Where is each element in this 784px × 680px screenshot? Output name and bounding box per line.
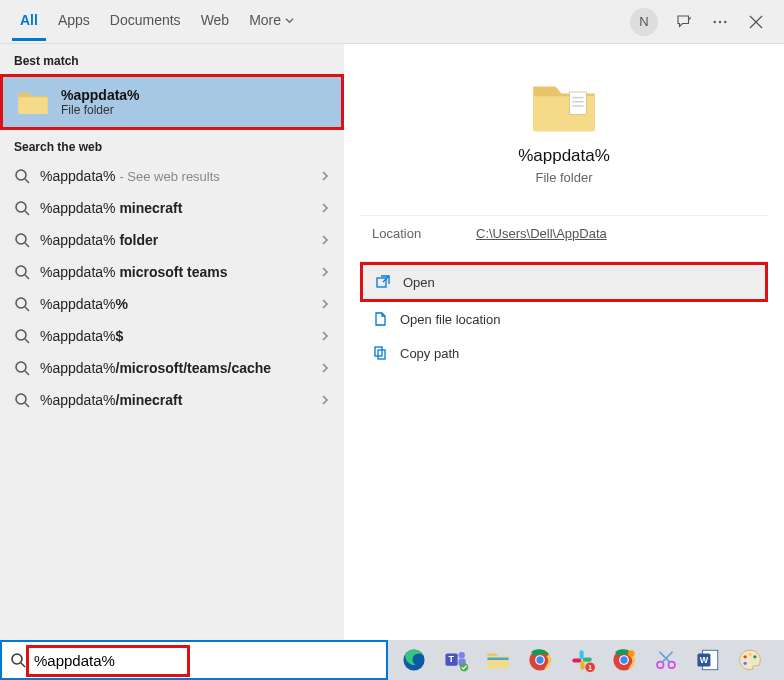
action-open-location[interactable]: Open file location — [360, 302, 768, 336]
search-icon — [14, 168, 30, 184]
svg-point-3 — [16, 170, 26, 180]
search-results-panel: All Apps Documents Web More N Best match — [0, 0, 784, 640]
web-suggestion[interactable]: %appdata%/microsoft/teams/cache — [0, 352, 344, 384]
web-suggestion[interactable]: %appdata% minecraft — [0, 192, 344, 224]
search-icon — [14, 328, 30, 344]
web-suggestion[interactable]: %appdata% folder — [0, 224, 344, 256]
copy-icon — [372, 345, 388, 361]
tab-documents[interactable]: Documents — [102, 2, 189, 41]
svg-text:T: T — [448, 654, 454, 664]
svg-text:1: 1 — [588, 664, 592, 671]
svg-text:W: W — [700, 655, 709, 665]
taskbar-app-slack[interactable]: 1 — [562, 640, 602, 680]
web-suggestion[interactable]: %appdata%/minecraft — [0, 384, 344, 416]
chevron-right-icon — [320, 168, 330, 184]
svg-point-28 — [536, 656, 543, 663]
svg-point-47 — [744, 662, 747, 665]
svg-point-44 — [744, 655, 747, 658]
filter-tabs: All Apps Documents Web More N — [0, 0, 784, 44]
web-suggestion[interactable]: %appdata% microsoft teams — [0, 256, 344, 288]
suggestion-text: %appdata% minecraft — [40, 200, 310, 216]
taskbar-app-teams[interactable]: T — [436, 640, 476, 680]
tab-apps[interactable]: Apps — [50, 2, 98, 41]
svg-rect-31 — [580, 661, 584, 670]
location-link[interactable]: C:\Users\Dell\AppData — [476, 226, 607, 241]
svg-rect-11 — [570, 92, 587, 114]
taskbar-app-snip[interactable] — [646, 640, 686, 680]
svg-point-5 — [16, 234, 26, 244]
chevron-right-icon — [320, 328, 330, 344]
suggestion-text: %appdata%/minecraft — [40, 392, 310, 408]
best-match-subtitle: File folder — [61, 103, 140, 117]
svg-point-10 — [16, 394, 26, 404]
svg-rect-25 — [487, 658, 508, 660]
open-icon — [375, 274, 391, 290]
best-match-result[interactable]: %appdata% File folder — [0, 74, 344, 130]
more-options-button[interactable] — [704, 6, 736, 38]
svg-point-2 — [724, 20, 726, 22]
suggestion-text: %appdata% folder — [40, 232, 310, 248]
svg-point-6 — [16, 266, 26, 276]
tab-all[interactable]: All — [12, 2, 46, 41]
svg-point-1 — [719, 20, 721, 22]
ellipsis-icon — [711, 13, 729, 31]
svg-point-8 — [16, 330, 26, 340]
chevron-right-icon — [320, 264, 330, 280]
file-location-icon — [372, 311, 388, 327]
best-match-title: %appdata% — [61, 87, 140, 103]
section-best-match: Best match — [0, 44, 344, 74]
action-open-location-label: Open file location — [400, 312, 500, 327]
web-suggestion[interactable]: %appdata%$ — [0, 320, 344, 352]
svg-point-18 — [12, 654, 22, 664]
suggestion-text: %appdata% - See web results — [40, 168, 310, 184]
taskbar-app-paint[interactable] — [730, 640, 770, 680]
taskbar-app-chrome[interactable] — [520, 640, 560, 680]
action-copy-path-label: Copy path — [400, 346, 459, 361]
taskbar-app-edge[interactable] — [394, 640, 434, 680]
folder-icon — [17, 88, 49, 116]
svg-point-4 — [16, 202, 26, 212]
close-button[interactable] — [740, 6, 772, 38]
feedback-button[interactable] — [668, 6, 700, 38]
suggestion-text: %appdata%% — [40, 296, 310, 312]
taskbar-app-explorer[interactable] — [478, 640, 518, 680]
svg-rect-29 — [580, 650, 584, 659]
action-open-label: Open — [403, 275, 435, 290]
preview-subtitle: File folder — [360, 170, 768, 185]
close-icon — [749, 15, 763, 29]
web-suggestion[interactable]: %appdata% - See web results — [0, 160, 344, 192]
taskbar-search-input[interactable] — [34, 652, 378, 669]
taskbar-pinned-apps: T 1 W — [388, 640, 776, 680]
tab-more-label: More — [249, 12, 281, 28]
web-suggestion[interactable]: %appdata%% — [0, 288, 344, 320]
chevron-right-icon — [320, 200, 330, 216]
chevron-right-icon — [320, 232, 330, 248]
chevron-down-icon — [285, 16, 294, 25]
folder-icon — [530, 78, 598, 134]
suggestion-text: %appdata%/microsoft/teams/cache — [40, 360, 310, 376]
svg-point-0 — [714, 20, 716, 22]
suggestion-text: %appdata% microsoft teams — [40, 264, 310, 280]
action-copy-path[interactable]: Copy path — [360, 336, 768, 370]
search-icon — [10, 652, 26, 668]
svg-point-9 — [16, 362, 26, 372]
svg-point-45 — [748, 653, 751, 656]
tab-web[interactable]: Web — [193, 2, 238, 41]
tab-more[interactable]: More — [241, 2, 302, 41]
suggestion-text: %appdata%$ — [40, 328, 310, 344]
preview-pane: %appdata% File folder Location C:\Users\… — [344, 44, 784, 640]
svg-point-46 — [753, 655, 756, 658]
search-icon — [14, 232, 30, 248]
action-open[interactable]: Open — [360, 262, 768, 302]
chevron-right-icon — [320, 360, 330, 376]
taskbar: T 1 W — [0, 640, 784, 680]
svg-point-22 — [458, 652, 465, 659]
taskbar-search-box[interactable] — [0, 640, 388, 680]
chevron-right-icon — [320, 296, 330, 312]
taskbar-app-word[interactable]: W — [688, 640, 728, 680]
search-icon — [14, 296, 30, 312]
taskbar-app-chrome-2[interactable] — [604, 640, 644, 680]
search-icon — [14, 392, 30, 408]
user-avatar[interactable]: N — [630, 8, 658, 36]
search-icon — [14, 200, 30, 216]
